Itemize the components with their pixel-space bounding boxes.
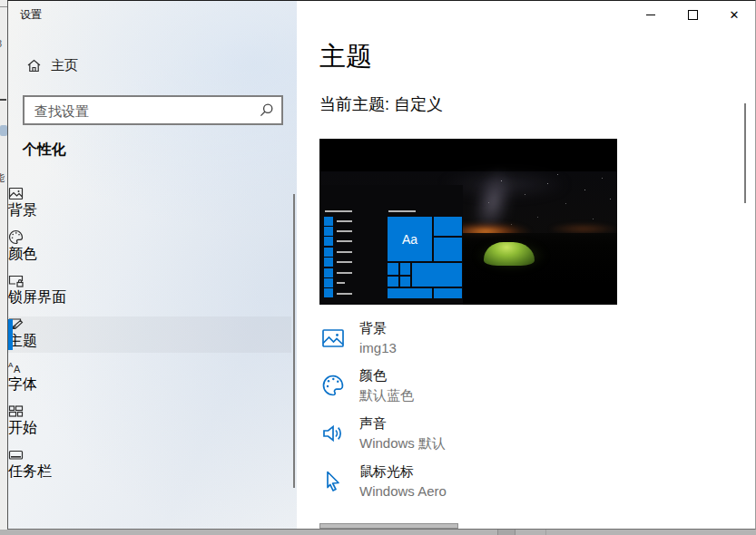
content-scrollbar-thumb[interactable] [744,103,746,203]
sidebar-item-label: 任务栏 [8,463,52,479]
link-title: 颜色 [359,367,387,384]
horizontal-scrollbar-thumb[interactable] [319,523,458,529]
start-preview-tile [412,263,462,287]
sidebar-item-start[interactable]: 开始 [8,404,291,440]
close-button[interactable]: ✕ [713,1,755,28]
minimize-button[interactable] [630,1,672,28]
start-preview-app-icon [324,288,333,297]
start-preview-tile [400,263,410,275]
strip-segment [498,530,515,535]
sidebar-item-label: 背景 [8,202,37,218]
link-background[interactable]: 背景 img13 [319,318,592,360]
minimize-icon [646,15,655,15]
search-icon[interactable] [259,102,274,118]
start-preview-app-label [337,272,352,274]
start-preview-header-line [325,210,352,212]
start-preview-header-line [388,210,416,212]
strip-divider [545,530,546,535]
sidebar-item-label: 主页 [51,47,78,83]
background-icon [8,186,291,201]
link-colors[interactable]: 颜色 默认蓝色 [319,365,592,407]
svg-text:A: A [14,364,21,374]
maximize-button[interactable] [672,1,713,28]
start-preview-tile [388,288,432,298]
taskbar-icon [8,447,291,462]
mouse-cursor-icon [321,470,345,493]
start-preview-tile [434,238,462,261]
sidebar-item-lock-screen[interactable]: 锁屏界面 [8,273,291,309]
content-pane: 主题 当前主题: 自定义 [297,1,755,529]
sidebar-item-label: 颜色 [8,246,37,261]
background-image-icon [321,326,345,350]
sidebar-section-title: 个性化 [23,141,66,160]
close-icon: ✕ [730,9,740,21]
start-preview-app-label [337,261,352,263]
strip-divider [515,530,515,535]
page-title: 主题 [319,39,372,75]
link-title: 鼠标光标 [359,463,414,481]
window-title: 设置 [20,7,42,23]
start-preview-app-icon [324,268,333,277]
sidebar-item-label: 字体 [8,376,37,392]
start-preview-app-icon [324,217,333,226]
sidebar: 设置 主页 个性化 [8,1,297,529]
sound-icon [321,422,345,445]
link-sounds[interactable]: 声音 Windows 默认 [319,413,592,455]
start-preview-tile [388,263,398,275]
sliver-text-fragment: 能 [0,171,5,185]
start-preview-app-label [337,293,352,295]
theme-preview-image: Aa [319,139,617,305]
link-title: 背景 [359,320,387,337]
sidebar-scrollbar-thumb[interactable] [293,194,295,488]
link-value: 默认蓝色 [359,387,414,404]
settings-window: 设置 主页 个性化 [7,0,756,530]
sidebar-item-home[interactable]: 主页 [8,47,291,83]
sidebar-item-themes[interactable]: 主题 [8,316,291,353]
home-icon [26,58,42,73]
themes-icon [8,316,291,332]
sliver-line [0,6,7,7]
current-theme-label: 当前主题: 自定义 [319,93,443,115]
desktop-strip [0,530,756,535]
link-title: 声音 [359,415,387,433]
color-palette-icon [321,374,345,397]
sidebar-item-fonts[interactable]: A A 字体 [8,360,291,396]
start-preview-app-icon [324,258,333,267]
search-box [23,95,283,125]
colors-icon [8,229,291,245]
lock-screen-icon [8,273,291,288]
start-icon [8,404,291,419]
start-preview-tile [434,217,462,236]
screen: 3 能 设置 主页 [0,0,756,535]
start-preview-tile [434,288,462,298]
fonts-icon: A A [8,360,291,375]
start-preview-app-icon [324,227,333,236]
start-preview-app-icon [324,248,333,257]
window-controls: ✕ [630,1,755,28]
stars [319,139,320,140]
selected-indicator [8,319,13,350]
start-preview-tile [388,277,398,287]
sidebar-item-label: 开始 [8,420,37,435]
sidebar-item-label: 锁屏界面 [8,289,66,305]
sliver-chip [0,125,7,136]
start-preview-tile-large: Aa [388,217,432,261]
start-menu-preview: Aa [319,185,463,305]
sidebar-item-colors[interactable]: 颜色 [8,229,291,266]
link-value: img13 [359,340,397,355]
maximize-icon [688,10,698,20]
tile-text: Aa [402,232,417,247]
link-mouse-cursor[interactable]: 鼠标光标 Windows Aero [319,462,592,503]
sliver-line [0,99,6,101]
start-preview-app-icon [324,237,333,246]
sliver-text-fragment: 3 [0,38,2,49]
search-input[interactable] [33,98,254,124]
start-preview-tile [400,277,410,287]
sidebar-item-background[interactable]: 背景 [8,186,291,222]
start-preview-app-label [337,220,352,222]
tent [484,242,535,266]
sidebar-item-taskbar[interactable]: 任务栏 [8,447,291,483]
start-preview-app-label [337,230,352,232]
link-value: Windows Aero [359,483,447,499]
start-preview-app-icon [324,278,333,287]
